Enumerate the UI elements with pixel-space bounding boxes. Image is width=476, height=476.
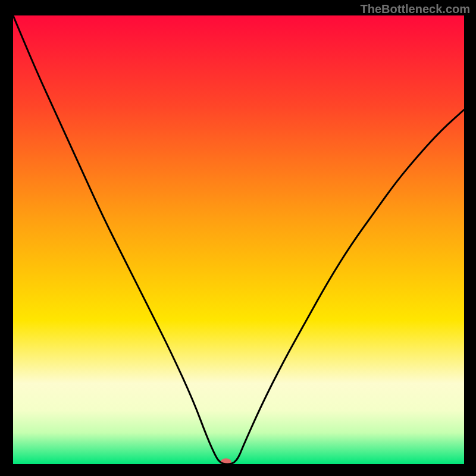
plot-background (13, 15, 464, 464)
plot-area (13, 15, 464, 464)
attribution-text: TheBottleneck.com (361, 2, 470, 16)
plot-svg (13, 15, 464, 464)
chart-frame: TheBottleneck.com (0, 0, 476, 476)
